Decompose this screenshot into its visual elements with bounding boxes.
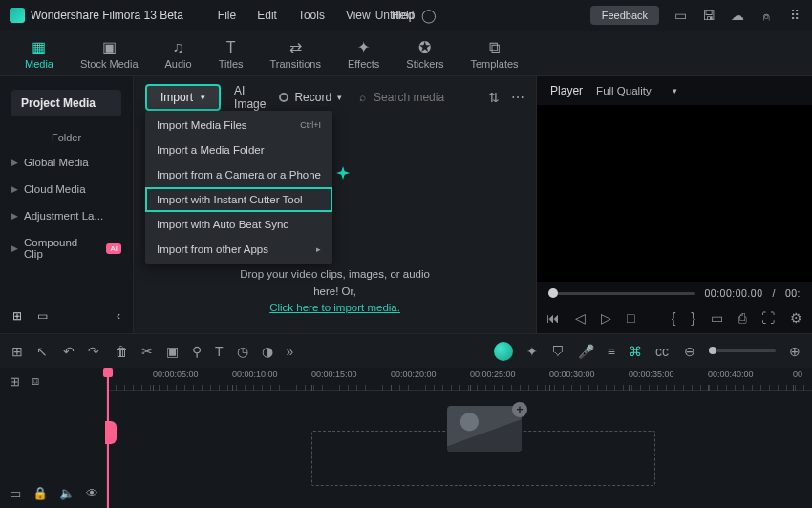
playhead-handle[interactable] (105, 421, 117, 444)
tab-media[interactable]: ▦Media (11, 35, 67, 72)
tab-templates[interactable]: ⧉Templates (457, 35, 531, 72)
app-name: Wondershare Filmora 13 Beta (31, 9, 183, 22)
add-clip-icon[interactable]: + (512, 402, 527, 417)
redo-icon[interactable]: ↷ (88, 344, 99, 359)
more-icon[interactable]: ⋯ (511, 90, 524, 105)
folder-header[interactable]: Folder (0, 122, 133, 149)
time-sep: / (772, 287, 775, 299)
track-video-icon[interactable]: ▭ (10, 486, 21, 500)
list-icon[interactable]: ≡ (608, 344, 615, 359)
menu-tools[interactable]: Tools (298, 9, 325, 22)
mic-icon[interactable]: 🎤 (578, 344, 594, 359)
pointer-icon[interactable]: ↖ (36, 344, 48, 359)
step-back-icon[interactable]: ◁ (575, 310, 586, 326)
enhance-icon[interactable]: ✦ (526, 344, 538, 359)
new-folder-icon[interactable]: ⊞ (10, 309, 25, 323)
import-media-folder[interactable]: Import a Media Folder (145, 138, 332, 162)
media-sidebar: Project Media Folder ▶Global Media ▶Clou… (0, 76, 134, 333)
snapshot-icon[interactable]: ⎙ (738, 310, 746, 326)
search-input[interactable] (374, 91, 479, 104)
track-visible-icon[interactable]: 👁 (86, 486, 98, 500)
import-auto-beat-sync[interactable]: Import with Auto Beat Sync (145, 212, 332, 237)
anchor-icon[interactable]: ⚲ (192, 344, 202, 359)
ai-face-icon[interactable] (494, 342, 513, 361)
chevron-right-icon: ▶ (11, 243, 18, 253)
menu-file[interactable]: File (218, 9, 236, 22)
player-tab[interactable]: Player (550, 84, 583, 97)
ruler-tick: 00:00:25:00 (470, 370, 516, 379)
more-tools-icon[interactable]: » (287, 344, 294, 359)
clip-placeholder[interactable] (447, 406, 522, 452)
stickers-icon: ✪ (415, 39, 436, 56)
grid-icon[interactable]: ⠿ (787, 8, 802, 23)
import-camera-phone[interactable]: Import from a Camera or a Phone (145, 162, 332, 187)
quality-select[interactable]: Full Quality ▾ (596, 85, 677, 96)
effects-icon: ✦ (353, 39, 374, 56)
tab-transitions[interactable]: ⇄Transitions (257, 35, 334, 72)
robot-icon[interactable]: ⌘ (629, 344, 642, 359)
chevron-down-icon: ▾ (337, 93, 342, 102)
color-icon[interactable]: ◑ (262, 344, 273, 359)
speed-icon[interactable]: ◷ (237, 344, 248, 359)
settings-icon[interactable]: ⚙ (790, 310, 802, 326)
menu-view[interactable]: View (346, 9, 371, 22)
tab-stock-media[interactable]: ▣Stock Media (67, 35, 152, 72)
magnet-icon[interactable]: ⧈ (32, 373, 39, 389)
import-other-apps[interactable]: Import from other Apps▸ (145, 237, 332, 262)
import-media-link[interactable]: Click here to import media. (269, 302, 400, 313)
save-icon[interactable]: 🖫 (701, 8, 716, 23)
prev-frame-icon[interactable]: ⏮ (546, 310, 560, 326)
doc-status-icon: ◯ (421, 8, 437, 23)
ai-image-button[interactable]: AI Image (230, 84, 269, 111)
cloud-upload-icon[interactable]: ☁ (730, 8, 745, 23)
zoom-out-icon[interactable]: ⊖ (684, 344, 695, 359)
feedback-button[interactable]: Feedback (590, 6, 659, 25)
sidebar-item-global-media[interactable]: ▶Global Media (0, 149, 133, 176)
shield-icon[interactable]: ⛉ (551, 344, 565, 359)
crop-icon[interactable]: ▣ (166, 344, 179, 359)
chevron-right-icon: ▶ (11, 211, 18, 221)
track-lock-icon[interactable]: 🔒 (32, 486, 48, 500)
import-media-files[interactable]: Import Media FilesCtrl+I (145, 113, 332, 138)
play-icon[interactable]: ▷ (601, 310, 611, 326)
text-icon[interactable]: T (215, 344, 224, 359)
filter-icon[interactable]: ⇅ (488, 90, 500, 105)
headset-icon[interactable]: ⍝ (759, 8, 774, 23)
import-button[interactable]: Import ▾ (145, 84, 221, 111)
track-add-icon[interactable]: ⊞ (10, 374, 20, 389)
caption-icon[interactable]: cc (655, 344, 669, 359)
fullscreen-icon[interactable]: ⛶ (761, 310, 775, 326)
media-panel: Import ▾ AI Image Record ▾ ⌕ ⇅ ⋯ Import … (134, 76, 536, 333)
record-button[interactable]: Record ▾ (279, 91, 342, 104)
tab-effects[interactable]: ✦Effects (334, 35, 393, 72)
scrubber-thumb[interactable] (548, 288, 558, 298)
sidebar-item-compound-clip[interactable]: ▶Compound ClipAI (0, 229, 133, 267)
sidebar-item-cloud-media[interactable]: ▶Cloud Media (0, 176, 133, 202)
tab-titles[interactable]: TTitles (205, 35, 257, 72)
zoom-slider[interactable] (709, 349, 776, 352)
track-mute-icon[interactable]: 🔈 (59, 486, 75, 500)
zoom-in-icon[interactable]: ⊕ (789, 344, 801, 359)
undo-icon[interactable]: ↶ (63, 344, 75, 359)
timeline-ruler[interactable]: 00:00:05:00 00:00:10:00 00:00:15:00 00:0… (107, 368, 812, 391)
layout-icon[interactable]: ▭ (673, 8, 688, 23)
split-icon[interactable]: ✂ (141, 344, 153, 359)
chevron-down-icon: ▾ (201, 93, 205, 102)
sidebar-item-adjustment-layer[interactable]: ▶Adjustment La... (0, 202, 133, 229)
project-media-button[interactable]: Project Media (11, 90, 121, 116)
bin-icon[interactable]: ▭ (34, 309, 50, 323)
menu-edit[interactable]: Edit (257, 9, 277, 22)
import-instant-cutter[interactable]: Import with Instant Cutter Tool (145, 187, 332, 212)
tab-stickers[interactable]: ✪Stickers (393, 35, 457, 72)
mark-out-icon[interactable]: } (691, 310, 695, 326)
ratio-icon[interactable]: ▭ (711, 310, 723, 326)
mark-in-icon[interactable]: { (672, 310, 676, 326)
grid-view-icon[interactable]: ⊞ (11, 344, 23, 359)
ruler-tick: 00 (793, 370, 802, 379)
ruler-tick: 00:00:35:00 (629, 370, 674, 379)
tab-audio[interactable]: ♫Audio (152, 35, 205, 72)
collapse-sidebar-icon[interactable]: ‹ (111, 309, 126, 323)
stop-icon[interactable]: □ (627, 310, 634, 326)
delete-icon[interactable]: 🗑 (115, 344, 128, 359)
player-scrubber[interactable] (548, 292, 694, 295)
